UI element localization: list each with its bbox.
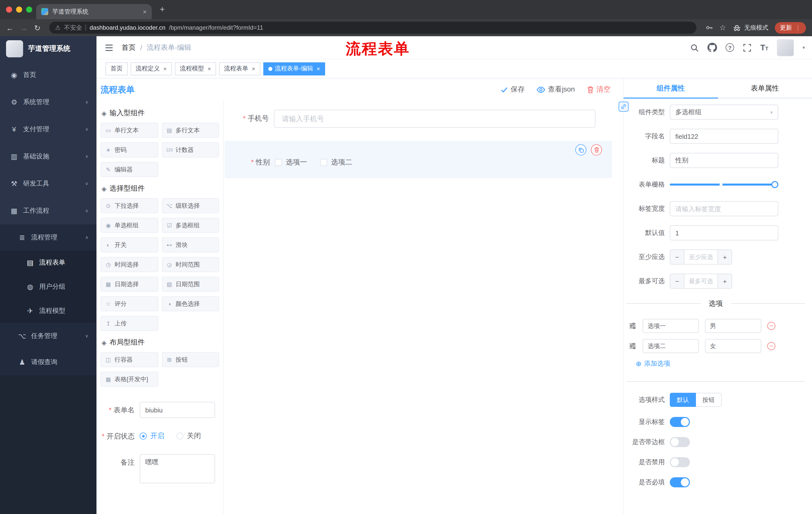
form-name-input[interactable] xyxy=(140,402,215,418)
chevron-down-icon[interactable]: ▾ xyxy=(803,45,805,50)
github-icon[interactable] xyxy=(707,43,717,52)
sidebar-item-user-group[interactable]: ◍ 用户分组 xyxy=(0,275,96,299)
palette-item-slider[interactable]: ⊷ 滑块 xyxy=(162,237,219,252)
sidebar-item-leave-query[interactable]: ♟ 请假查询 xyxy=(0,349,96,375)
drag-handle-icon[interactable] xyxy=(629,322,637,330)
close-icon[interactable]: × xyxy=(317,65,320,72)
palette-item-upload[interactable]: ↥ 上传 xyxy=(100,316,158,331)
decrease-button[interactable]: − xyxy=(670,274,685,288)
style-default-button[interactable]: 默认 xyxy=(670,393,696,407)
close-icon[interactable]: × xyxy=(163,65,167,72)
palette-item-date-picker[interactable]: ▦ 日期选择 xyxy=(100,277,158,292)
stepper-placeholder[interactable]: 至少应选 xyxy=(685,250,718,264)
palette-item-button[interactable]: ⊞ 按钮 xyxy=(162,352,219,367)
save-button[interactable]: 保存 xyxy=(501,85,525,94)
close-icon[interactable]: × xyxy=(252,65,255,72)
clear-button[interactable]: 清空 xyxy=(587,85,610,94)
sidebar-item-process-model[interactable]: ✈ 流程模型 xyxy=(0,299,96,323)
delete-widget-button[interactable] xyxy=(591,144,602,155)
radio-open[interactable]: 开启 xyxy=(140,432,164,440)
bookmark-star-icon[interactable]: ☆ xyxy=(719,23,726,32)
tag-process-model[interactable]: 流程模型 × xyxy=(175,62,216,75)
window-close-button[interactable] xyxy=(6,6,12,12)
palette-item-single-text[interactable]: ▭ 单行文本 xyxy=(100,123,158,138)
sidebar-item-infrastructure[interactable]: ▥ 基础设施 ∨ xyxy=(0,143,96,170)
field-name-input[interactable] xyxy=(670,129,778,144)
stepper-placeholder[interactable]: 最多可选 xyxy=(685,274,718,288)
tag-home[interactable]: 首页 xyxy=(106,62,127,75)
add-option-button[interactable]: ⊕ 添加选项 xyxy=(636,359,812,368)
font-size-icon[interactable]: TT xyxy=(760,43,768,52)
palette-item-password[interactable]: ∗ 密码 xyxy=(100,142,158,157)
breadcrumb-home[interactable]: 首页 xyxy=(122,43,136,52)
drag-handle-icon[interactable] xyxy=(629,342,637,350)
palette-item-radio-group[interactable]: ◉ 单选框组 xyxy=(100,218,158,233)
tag-process-form-edit[interactable]: 流程表单-编辑 × xyxy=(263,62,325,75)
window-zoom-button[interactable] xyxy=(26,6,32,12)
title-input[interactable] xyxy=(670,153,778,168)
component-type-select[interactable]: 多选框组 ▾ xyxy=(670,105,778,120)
label-width-input[interactable] xyxy=(670,201,778,216)
window-minimize-button[interactable] xyxy=(16,6,22,12)
search-icon[interactable] xyxy=(690,43,699,52)
slider-track[interactable] xyxy=(670,184,778,186)
tab-close-icon[interactable]: × xyxy=(143,8,147,15)
browser-update-button[interactable]: 更新 ⋮ xyxy=(775,22,806,33)
sidebar-item-home[interactable]: ◉ 首页 xyxy=(0,61,96,88)
tab-component-props[interactable]: 组件属性 xyxy=(624,78,718,99)
fullscreen-icon[interactable] xyxy=(743,43,752,52)
default-value-input[interactable] xyxy=(670,225,778,240)
address-bar[interactable]: ⚠ 不安全 dashboard.yudao.iocoder.cn/bpm/man… xyxy=(49,22,696,34)
reload-icon[interactable]: ↻ xyxy=(34,24,40,31)
tag-process-form[interactable]: 流程表单 × xyxy=(219,62,260,75)
sidebar-item-system[interactable]: ⚙ 系统管理 ∨ xyxy=(0,88,96,116)
border-switch[interactable] xyxy=(670,437,690,447)
phone-input[interactable] xyxy=(274,110,596,128)
sidebar-item-process-form[interactable]: ▤ 流程表单 xyxy=(0,250,96,275)
tag-process-definition[interactable]: 流程定义 × xyxy=(130,62,172,75)
copy-widget-button[interactable] xyxy=(575,144,586,155)
sidebar-item-task-management[interactable]: ⌥ 任务管理 ∨ xyxy=(0,323,96,349)
palette-item-switch[interactable]: ◐ 开关 xyxy=(100,237,158,252)
back-icon[interactable]: ← xyxy=(6,24,13,31)
close-icon[interactable]: × xyxy=(207,65,211,72)
help-icon[interactable]: ? xyxy=(726,43,734,52)
palette-item-cascader[interactable]: ⌥ 级联选择 xyxy=(162,198,219,213)
palette-item-multi-text[interactable]: ▤ 多行文本 xyxy=(162,123,219,138)
palette-item-date-range[interactable]: ▧ 日期范围 xyxy=(162,277,219,292)
palette-item-table[interactable]: ▦ 表格[开发中] xyxy=(100,372,158,387)
palette-item-time-picker[interactable]: ◷ 时间选择 xyxy=(100,257,158,272)
option-value-input[interactable] xyxy=(705,339,761,353)
style-button-button[interactable]: 按钮 xyxy=(696,393,722,407)
palette-item-editor[interactable]: ✎ 编辑器 xyxy=(100,162,158,177)
option-label-input[interactable] xyxy=(643,339,699,353)
key-icon[interactable] xyxy=(705,24,713,32)
show-label-switch[interactable] xyxy=(670,417,690,427)
checkbox-option-2[interactable]: 选项二 xyxy=(320,158,352,167)
sidebar-item-process-management[interactable]: ≣ 流程管理 ∧ xyxy=(0,224,96,250)
user-avatar[interactable] xyxy=(777,39,794,56)
browser-tab[interactable]: 芋道管理系统 × xyxy=(36,4,152,19)
remove-option-icon[interactable]: − xyxy=(767,322,775,330)
browser-menu-icon[interactable]: ⋮ xyxy=(795,24,801,31)
remark-textarea[interactable]: 嘿嘿 xyxy=(140,454,215,483)
required-switch[interactable] xyxy=(670,477,690,487)
increase-button[interactable]: + xyxy=(718,250,732,264)
option-label-input[interactable] xyxy=(643,319,699,333)
tab-form-props[interactable]: 表单属性 xyxy=(718,78,812,99)
slider-handle[interactable] xyxy=(771,181,778,188)
phone-field[interactable]: 手机号 xyxy=(224,110,612,128)
option-value-input[interactable] xyxy=(705,319,761,333)
palette-item-counter[interactable]: 123 计数器 xyxy=(162,142,219,157)
palette-item-time-range[interactable]: ◶ 时间范围 xyxy=(162,257,219,272)
sidebar-item-devtools[interactable]: ⚒ 研发工具 ∨ xyxy=(0,170,96,197)
checkbox-option-1[interactable]: 选项一 xyxy=(275,158,307,167)
radio-closed[interactable]: 关闭 xyxy=(176,432,201,440)
sidebar-item-payment[interactable]: ¥ 支付管理 ∨ xyxy=(0,116,96,143)
palette-item-select[interactable]: ⊙ 下拉选择 xyxy=(100,198,158,213)
link-icon[interactable] xyxy=(618,102,629,112)
forward-icon[interactable]: → xyxy=(20,24,28,31)
palette-item-row-container[interactable]: ◫ 行容器 xyxy=(100,352,158,367)
sidebar-item-workflow[interactable]: ▦ 工作流程 ∧ xyxy=(0,197,96,224)
remove-option-icon[interactable]: − xyxy=(767,342,775,350)
